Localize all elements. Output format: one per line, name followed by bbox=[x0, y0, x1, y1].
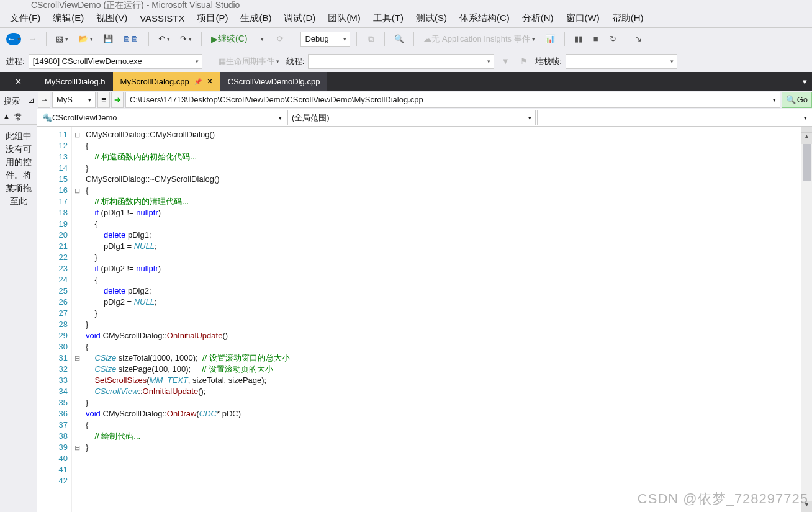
refresh-button[interactable]: ⟳ bbox=[273, 32, 287, 47]
tab-myscrolldialog-cpp[interactable]: MyScrollDialog.cpp📌✕ bbox=[113, 72, 220, 91]
va-nav-bar: → MyS ≡ ➔ C:\Users\14713\Desktop\CScroll… bbox=[37, 91, 812, 109]
code-area[interactable]: CMyScrollDialog::CMyScrollDialog(){ // 构… bbox=[83, 127, 801, 512]
menu-arch[interactable]: 体系结构(C) bbox=[454, 10, 515, 27]
scroll-up-arrow[interactable]: ▲ bbox=[801, 133, 812, 144]
stack-combo[interactable] bbox=[566, 54, 677, 69]
menu-team[interactable]: 团队(M) bbox=[323, 10, 366, 27]
menu-tools[interactable]: 工具(T) bbox=[368, 10, 408, 27]
redo-button[interactable]: ↷ bbox=[177, 32, 195, 47]
tab-overflow-button[interactable]: ▾ bbox=[797, 72, 812, 91]
config-combo[interactable]: Debug bbox=[300, 32, 350, 47]
step-into-button[interactable]: ↘ bbox=[631, 32, 646, 47]
save-button[interactable]: 💾 bbox=[100, 32, 116, 47]
pin-icon[interactable]: 📌 bbox=[194, 78, 202, 85]
find-in-files-button[interactable]: 🔍 bbox=[391, 32, 407, 47]
sidebar-chevron-icon[interactable]: ⊿ bbox=[25, 93, 37, 109]
close-icon[interactable]: ✕ bbox=[207, 77, 213, 86]
lifecycle-button[interactable]: ▦ 生命周期事件 bbox=[215, 54, 282, 69]
code-editor: → MyS ≡ ➔ C:\Users\14713\Desktop\CScroll… bbox=[37, 91, 812, 512]
vertical-scrollbar[interactable]: ▲ ▼ bbox=[801, 127, 812, 512]
nav-goto-icon[interactable]: ➔ bbox=[111, 92, 124, 108]
menu-edit[interactable]: 编辑(E) bbox=[48, 10, 89, 27]
scope-bar: 🔩 CScrollViewDemo (全局范围) bbox=[37, 109, 812, 127]
debug-toolbar: 进程: [14980] CScrollViewDemo.exe ▦ 生命周期事件… bbox=[0, 50, 812, 72]
fold-gutter[interactable]: ⊟ ⊟ ⊟ ⊟ bbox=[72, 127, 83, 512]
menubar: 文件(F) 编辑(E) 视图(V) VASSISTX 项目(P) 生成(B) 调… bbox=[0, 9, 812, 27]
go-button[interactable]: 🔍Go bbox=[782, 92, 812, 108]
menu-window[interactable]: 窗口(W) bbox=[561, 10, 605, 27]
collapse-icon[interactable]: ▲ bbox=[0, 110, 13, 124]
window-icon[interactable]: ⧉ bbox=[363, 32, 378, 47]
open-button[interactable]: 📂 bbox=[75, 32, 96, 47]
thread-combo[interactable] bbox=[308, 54, 494, 69]
menu-build[interactable]: 生成(B) bbox=[235, 10, 276, 27]
toolbox-panel: 搜索⊿ ▲常 此组中没有可用的控件。将某项拖至此 bbox=[0, 91, 37, 512]
scope-global-combo[interactable]: (全局范围) bbox=[287, 110, 536, 125]
menu-vassist[interactable]: VASSISTX bbox=[135, 11, 189, 26]
nav-fwd-button: → bbox=[25, 32, 40, 47]
nav-short-combo[interactable]: MyS bbox=[52, 92, 96, 108]
thread-flag-icon[interactable]: ⚑ bbox=[517, 54, 531, 69]
stop-button[interactable]: ■ bbox=[589, 32, 603, 47]
menu-test[interactable]: 测试(S) bbox=[411, 10, 452, 27]
scroll-down-arrow[interactable]: ▼ bbox=[801, 501, 812, 512]
scroll-thumb[interactable] bbox=[803, 144, 811, 181]
restart-button[interactable]: ↻ bbox=[606, 32, 621, 47]
insights-chart-icon: 📊 bbox=[542, 32, 558, 47]
menu-debug[interactable]: 调试(D) bbox=[279, 10, 320, 27]
menu-help[interactable]: 帮助(H) bbox=[607, 10, 649, 27]
tab-myscrolldialog-h[interactable]: MyScrollDialog.h bbox=[37, 72, 113, 91]
menu-view[interactable]: 视图(V) bbox=[91, 10, 132, 27]
close-tool-window-button[interactable]: ✕ bbox=[0, 72, 37, 91]
line-number-gutter: 1112131415161718192021222324252627282930… bbox=[37, 127, 72, 512]
menu-project[interactable]: 项目(P) bbox=[192, 10, 233, 27]
process-label: 进程: bbox=[6, 56, 25, 67]
continue-dd[interactable] bbox=[254, 32, 269, 47]
app-insights-button[interactable]: ☁ 无 Application Insights 事件 bbox=[420, 32, 538, 47]
scope-member-combo[interactable] bbox=[537, 110, 811, 125]
nav-list-icon[interactable]: ≡ bbox=[97, 92, 110, 108]
tab-cscrollviewdemodlg-cpp[interactable]: CScrollViewDemoDlg.cpp bbox=[220, 72, 328, 91]
document-tabs: ✕ MyScrollDialog.h MyScrollDialog.cpp📌✕ … bbox=[0, 72, 812, 91]
main-toolbar: ← → ▧ 📂 💾 🗎🗎 ↶ ↷ ▶ 继续(C) ⟳ Debug ⧉ 🔍 ☁ 无… bbox=[0, 27, 812, 50]
pause-button[interactable]: ▮▮ bbox=[571, 32, 586, 47]
nav-arrow-icon[interactable]: → bbox=[38, 92, 50, 108]
undo-button[interactable]: ↶ bbox=[155, 32, 173, 47]
menu-file[interactable]: 文件(F) bbox=[5, 10, 45, 27]
toolbox-empty-text: 此组中没有可用的控件。将某项拖至此 bbox=[0, 126, 37, 212]
process-combo[interactable]: [14980] CScrollViewDemo.exe bbox=[29, 54, 202, 69]
window-title: CScrollViewDemo (正在运行) - Microsoft Visua… bbox=[0, 0, 812, 9]
new-project-button[interactable]: ▧ bbox=[53, 32, 71, 47]
continue-button[interactable]: ▶ 继续(C) bbox=[208, 32, 250, 47]
thread-label: 线程: bbox=[286, 56, 305, 67]
save-all-button[interactable]: 🗎🗎 bbox=[120, 32, 142, 47]
split-handle[interactable] bbox=[801, 127, 812, 133]
nav-back-button[interactable]: ← bbox=[6, 33, 21, 45]
stack-label: 堆栈帧: bbox=[535, 56, 562, 67]
search-label[interactable]: 搜索 bbox=[0, 93, 25, 109]
nav-path-combo[interactable]: C:\Users\14713\Desktop\CScrollViewDemo\C… bbox=[125, 92, 780, 108]
scope-project-combo[interactable]: 🔩 CScrollViewDemo bbox=[38, 110, 286, 125]
thread-filter-icon[interactable]: ▼ bbox=[498, 54, 513, 69]
menu-analyze[interactable]: 分析(N) bbox=[517, 10, 559, 27]
